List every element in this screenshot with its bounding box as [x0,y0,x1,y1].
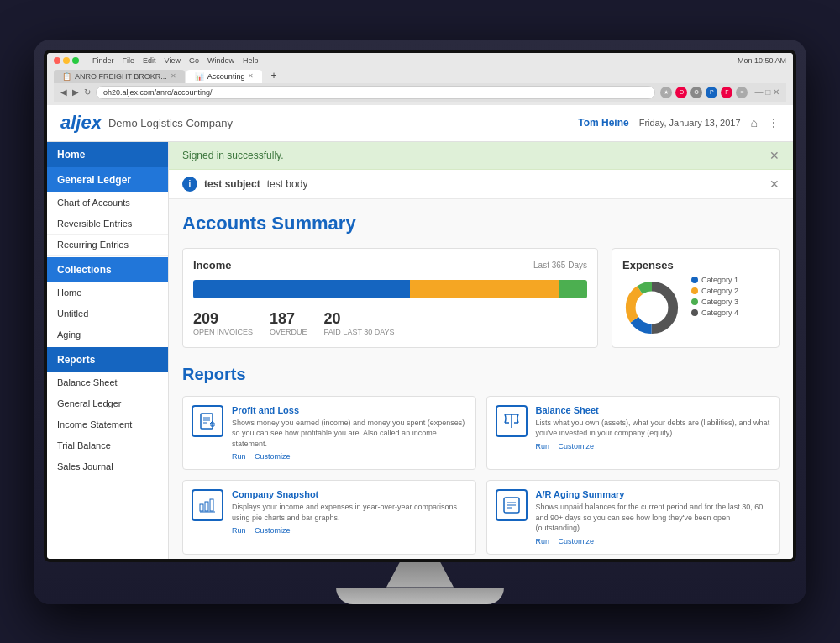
url-field[interactable]: oh20.aljex.com/anro/accounting/ [96,86,655,99]
income-header: Income Last 365 Days [193,259,587,271]
report-card-balance-sheet: Balance Sheet Lists what you own (assets… [486,396,780,471]
minimize-button-traffic[interactable] [63,57,70,64]
report-actions-4: Run Customize [536,537,771,545]
svg-rect-13 [205,502,208,511]
app-header: aljex Demo Logistics Company Tom Heine F… [47,105,793,142]
legend-dot-4 [691,309,698,316]
report-name-1[interactable]: Profit and Loss [232,405,467,415]
menu-bar: Finder File Edit View Go Window Help [92,56,258,65]
reports-grid: Profit and Loss Shows money you earned (… [182,396,780,559]
report-card-company-snapshot: Company Snapshot Displays your income an… [182,480,476,555]
stat-open-invoices-number: 209 [193,310,253,328]
info-subject: test subject [204,178,260,190]
addon-button[interactable]: F [721,87,732,98]
report-run-2[interactable]: Run [536,442,550,451]
legend-dot-1 [691,277,698,283]
report-desc-2: Lists what you own (assets), what your d… [536,418,771,439]
tab-favicon: 📋 [62,72,71,81]
stand-neck [386,562,454,588]
report-run-4[interactable]: Run [536,537,550,545]
sidebar-item-collections-home[interactable]: Home [47,282,168,303]
app-logo: aljex Demo Logistics Company [60,112,233,134]
svg-rect-12 [200,504,203,511]
stat-paid-label: PAID LAST 30 DAYS [324,328,395,336]
forward-button[interactable]: ▶ [72,87,79,97]
expenses-card: Expenses [612,248,780,348]
sidebar-item-aging[interactable]: Aging [47,324,168,345]
sidebar-item-trial-balance[interactable]: Trial Balance [47,435,168,456]
sidebar-item-chart-of-accounts[interactable]: Chart of Accounts [47,192,168,213]
report-actions-2: Run Customize [536,442,771,451]
success-alert: Signed in successfully. ✕ [169,142,793,170]
tab-close-active-icon[interactable]: ✕ [248,72,254,80]
sidebar-section-general-ledger[interactable]: General Ledger [47,167,168,192]
stat-overdue: 187 OVERDUE [270,310,307,336]
sidebar-item-recurring-entries[interactable]: Recurring Entries [47,235,168,256]
back-button[interactable]: ◀ [60,87,67,97]
star-button[interactable]: ★ [660,87,672,98]
maximize-button-traffic[interactable] [72,57,79,64]
legend-item-3: Category 3 [691,298,738,306]
sidebar-item-untitled[interactable]: Untitled [47,303,168,324]
legend-label-1: Category 1 [701,276,738,284]
sidebar-item-balance-sheet[interactable]: Balance Sheet [47,372,168,393]
stat-open-invoices-label: OPEN INVOICES [193,328,253,336]
report-desc-1: Shows money you earned (income) and mone… [232,418,467,450]
reports-section-title: Reports [182,365,780,384]
report-info-1: Profit and Loss Shows money you earned (… [232,405,467,461]
header-right: Tom Heine Friday, January 13, 2017 ⌂ ⋮ [578,116,780,129]
legend-item-2: Category 2 [691,287,738,295]
report-customize-3[interactable]: Customize [255,526,291,535]
report-info-2: Balance Sheet Lists what you own (assets… [536,405,771,461]
sidebar-item-sales-journal[interactable]: Sales Journal [47,456,168,477]
sidebar-item-general-ledger[interactable]: General Ledger [47,393,168,414]
report-name-2[interactable]: Balance Sheet [536,405,771,415]
close-button-traffic[interactable] [54,57,60,64]
report-run-3[interactable]: Run [232,526,246,535]
success-close-icon[interactable]: ✕ [769,149,780,162]
tab-accounting[interactable]: 📊 Accounting ✕ [186,70,263,83]
logo-text: aljex [60,112,102,134]
legend-dot-3 [691,298,698,305]
expenses-card-content: Expenses [622,259,681,337]
report-info-4: A/R Aging Summary Shows unpaid balances … [536,489,771,545]
sidebar-section-reports[interactable]: Reports [47,347,168,372]
svg-rect-14 [210,499,213,511]
income-stats: 209 OPEN INVOICES 187 OVERDUE [193,310,587,336]
legend-dot-2 [691,287,698,294]
sidebar-item-income-statement[interactable]: Income Statement [47,414,168,435]
extensions-button[interactable]: O [675,87,687,98]
menu-dots-button[interactable]: ≡ [736,87,748,98]
sidebar: Home General Ledger Chart of Accounts Re… [47,142,169,559]
sidebar-section-collections[interactable]: Collections [47,257,168,282]
report-customize-2[interactable]: Customize [559,442,595,451]
refresh-button[interactable]: ↻ [84,87,91,97]
report-actions-1: Run Customize [232,452,467,461]
profile-button[interactable]: P [706,87,717,98]
report-name-4[interactable]: A/R Aging Summary [536,489,771,499]
settings-button[interactable]: ⚙ [690,87,702,98]
sidebar-item-home[interactable]: Home [47,142,168,167]
header-date: Friday, January 13, 2017 [639,118,741,128]
bar-blue [193,280,410,298]
user-name: Tom Heine [578,117,628,129]
tab-close-icon[interactable]: ✕ [171,72,176,80]
income-title: Income [193,259,232,271]
home-icon[interactable]: ⌂ [751,116,758,129]
report-customize-4[interactable]: Customize [559,537,595,545]
success-message: Signed in successfully. [182,150,284,161]
sidebar-item-reversible-entries[interactable]: Reversible Entries [47,213,168,235]
stat-open-invoices: 209 OPEN INVOICES [193,310,253,336]
report-run-1[interactable]: Run [232,452,246,461]
info-close-icon[interactable]: ✕ [769,177,780,191]
tab-freight[interactable]: 📋 ANRO FREIGHT BROKR... ✕ [54,70,185,83]
tab-label-active: Accounting [207,72,245,81]
report-name-3[interactable]: Company Snapshot [232,489,467,499]
tab-new[interactable]: + [264,68,283,83]
report-info-3: Company Snapshot Displays your income an… [232,489,467,545]
report-icon-3 [192,489,223,521]
report-icon-2 [496,405,528,437]
more-options-icon[interactable]: ⋮ [768,116,780,129]
info-icon: i [182,177,197,192]
report-customize-1[interactable]: Customize [255,452,291,461]
